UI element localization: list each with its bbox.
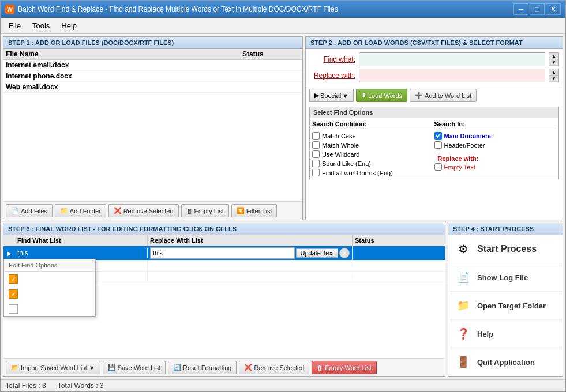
col-find: Find What List: [15, 235, 148, 246]
show-log-label: Show Log File: [477, 273, 528, 282]
menu-tools[interactable]: Tools: [27, 19, 55, 32]
close-replace-0[interactable]: ✕: [339, 248, 350, 258]
word-replace-0: Update Text ✕ Edit Find Options ✓ Match …: [148, 246, 353, 260]
reset-icon: 🔄: [173, 364, 181, 371]
replace-input[interactable]: [359, 69, 545, 82]
file-row[interactable]: Web email.docx: [3, 82, 302, 93]
search-condition-col: Search Condition: Match Case Match Whole: [312, 120, 434, 176]
add-to-word-list-icon: ➕: [415, 92, 423, 99]
import-saved-button[interactable]: 📂 Import Saved Word List ▼: [6, 361, 100, 374]
main-content: STEP 1 : ADD OR LOAD FILES (DOC/DOCX/RTF…: [1, 34, 565, 391]
window-title: Batch Word Find & Replace - Find and Rep…: [18, 5, 338, 13]
quit-item[interactable]: 🚪 Quit Application: [448, 348, 563, 376]
start-process-icon: ⚙: [454, 240, 473, 258]
step4-header: STEP 4 : START PROCESS: [448, 223, 563, 235]
add-to-word-list-button[interactable]: ➕ Add to Word List: [410, 89, 477, 102]
update-text-button-0[interactable]: Update Text: [296, 248, 338, 258]
match-whole-checked-icon: ✓: [9, 289, 18, 299]
special-button[interactable]: ▶ Special ▼: [309, 89, 354, 102]
step3-panel: STEP 3 : FINAL WORD LIST - FOR EDITING F…: [3, 223, 445, 377]
file-row[interactable]: Internet email.docx: [3, 60, 302, 71]
word-row-0[interactable]: ▶ this Update Text ✕ Edit Find Options ✓: [3, 246, 445, 261]
add-folder-icon: 📁: [60, 207, 68, 214]
word-status-2: [353, 276, 445, 278]
find-options-body: Search Condition: Match Case Match Whole: [310, 118, 558, 179]
menu-bar: File Tools Help: [1, 18, 565, 34]
search-in-col: Search In: Main Document Header/Footer R…: [434, 120, 557, 176]
step1-buttons: 📄 Add Files 📁 Add Folder ❌ Remove Select…: [3, 201, 302, 220]
word-status-0: [353, 252, 445, 254]
sound-like-checkbox[interactable]: [312, 160, 320, 167]
top-section: STEP 1 : ADD OR LOAD FILES (DOC/DOCX/RTF…: [1, 34, 565, 223]
option-header-footer: Header/Footer: [434, 141, 557, 149]
filter-list-button[interactable]: 🔽 Filter List: [231, 204, 278, 217]
menu-file[interactable]: File: [3, 19, 27, 32]
open-folder-label: Open Target Folder: [477, 301, 546, 310]
add-files-icon: 📄: [11, 207, 19, 214]
use-wildcard-checkbox[interactable]: [312, 150, 320, 158]
col-replace: Replace With List: [148, 235, 353, 246]
word-status-1: [353, 265, 445, 267]
menu-help[interactable]: Help: [55, 19, 83, 32]
option-main-doc: Main Document: [434, 132, 557, 140]
match-case-checked-icon: ✓: [9, 274, 18, 284]
empty-text-checkbox[interactable]: [434, 163, 442, 171]
file-table-header: File Name Status: [3, 49, 302, 60]
dropdown-match-case[interactable]: ✓ Match Case: [4, 272, 95, 287]
remove-selected-word-button[interactable]: ❌ Remove Selected: [239, 361, 309, 374]
find-input[interactable]: [359, 52, 545, 66]
start-process-item[interactable]: ⚙ Start Process: [448, 235, 563, 263]
dropdown-highlighted[interactable]: Highlighted: [4, 301, 95, 316]
search-in-header: Search In:: [434, 120, 557, 129]
file-table: File Name Status Internet email.docx Int…: [3, 49, 302, 201]
match-whole-label: Match Whole: [322, 142, 359, 149]
help-label: Help: [477, 330, 493, 338]
reset-formatting-button[interactable]: 🔄 Reset Formatting: [168, 361, 237, 374]
match-case-checkbox[interactable]: [312, 132, 320, 140]
word-table-header: Find What List Replace With List Status: [3, 235, 445, 246]
main-doc-checkbox[interactable]: [434, 132, 442, 140]
step3-buttons: 📂 Import Saved Word List ▼ 💾 Save Word L…: [3, 358, 445, 376]
add-files-button[interactable]: 📄 Add Files: [6, 204, 53, 217]
main-doc-label: Main Document: [444, 133, 492, 140]
load-words-button[interactable]: ⬇ Load Words: [356, 89, 407, 102]
close-button[interactable]: ✕: [546, 3, 561, 15]
find-label: Find what:: [309, 55, 355, 63]
find-scroll-down[interactable]: ▼: [549, 59, 558, 66]
find-row: Find what: ▲ ▼: [309, 52, 559, 66]
match-whole-checkbox[interactable]: [312, 141, 320, 149]
dropdown-header: Edit Find Options: [4, 259, 95, 272]
dropdown-match-whole[interactable]: ✓ Match Whole: [4, 287, 95, 301]
maximize-button[interactable]: □: [530, 3, 545, 15]
option-match-whole: Match Whole: [312, 141, 434, 149]
help-icon: ❓: [454, 325, 473, 343]
open-folder-icon: 📁: [454, 296, 473, 315]
replace-scroll-up[interactable]: ▲: [549, 69, 558, 76]
save-word-list-button[interactable]: 💾 Save Word List: [103, 361, 166, 374]
dropdown-highlighted-label: Highlighted: [21, 305, 56, 313]
word-replace-1[interactable]: [148, 265, 353, 267]
replace-scroll-down[interactable]: ▼: [549, 76, 558, 82]
replace-text-input-0[interactable]: [150, 247, 295, 259]
show-log-item[interactable]: 📄 Show Log File: [448, 263, 563, 292]
import-dropdown-icon: ▼: [89, 364, 95, 371]
col-filename: File Name: [6, 50, 242, 58]
open-folder-item[interactable]: 📁 Open Target Folder: [448, 292, 563, 320]
import-icon: 📂: [11, 364, 19, 371]
add-folder-button[interactable]: 📁 Add Folder: [55, 204, 106, 217]
header-footer-checkbox[interactable]: [434, 141, 442, 149]
find-scroll-up[interactable]: ▲: [549, 53, 558, 59]
remove-selected-button[interactable]: ❌ Remove Selected: [108, 204, 179, 217]
edit-find-options-dropdown: Edit Find Options ✓ Match Case ✓ Match W…: [3, 259, 96, 317]
file-row[interactable]: Internet phone.docx: [3, 71, 302, 82]
title-bar-left: W Batch Word Find & Replace - Find and R…: [5, 5, 338, 14]
load-words-icon: ⬇: [361, 92, 366, 99]
highlighted-unchecked-icon: [9, 304, 18, 314]
word-find-0[interactable]: this: [15, 248, 148, 258]
word-replace-2[interactable]: [148, 276, 353, 278]
find-all-forms-checkbox[interactable]: [312, 169, 320, 176]
empty-list-button[interactable]: 🗑 Empty List: [181, 204, 229, 217]
empty-word-list-button[interactable]: 🗑 Empty Word List: [312, 361, 377, 374]
help-item[interactable]: ❓ Help: [448, 320, 563, 348]
minimize-button[interactable]: ─: [513, 3, 528, 15]
